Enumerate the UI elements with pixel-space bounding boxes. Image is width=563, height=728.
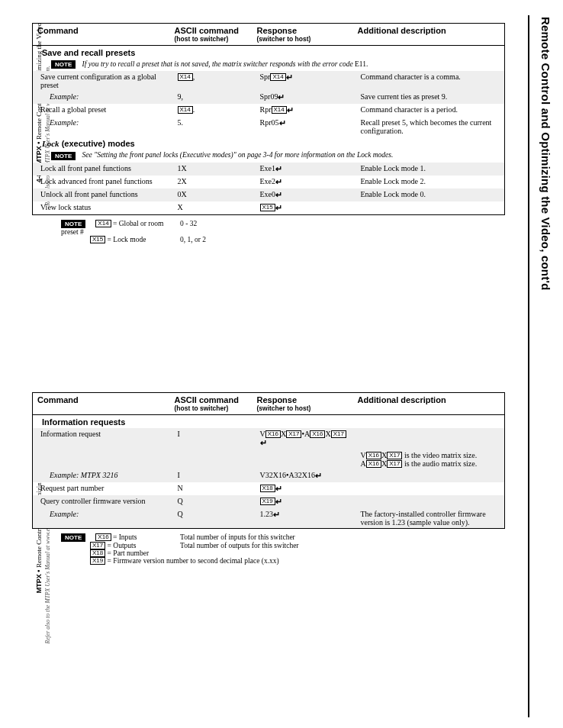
note-pill: NOTE (61, 533, 85, 542)
note-e11: NOTE If you try to recall a preset that … (33, 59, 505, 71)
col-response: Response(switcher to host) (253, 393, 353, 415)
note-pill: NOTE (51, 60, 76, 69)
table-row: Lock all front panel functions 1X Exe1↵ … (33, 163, 505, 176)
col-desc: Additional description (353, 24, 505, 46)
section-heading-vertical: Remote Control and Optimizing the Video,… (539, 17, 552, 291)
return-icon: ↵ (275, 190, 282, 199)
col-response: Response(switcher to host) (253, 24, 353, 46)
table-row: Example: MTPX 3216 I V32X16•A32X16↵ (33, 469, 505, 482)
legend-bottom: NOTE X16 = Inputs Total number of inputs… (61, 533, 505, 565)
return-icon: ↵ (275, 164, 282, 173)
table-header-row: Command ASCII command(host to switcher) … (33, 24, 505, 46)
note-lock: NOTE See "Setting the front panel locks … (33, 150, 505, 162)
return-icon: ↵ (278, 92, 285, 101)
table-header-row: Command ASCII command(host to switcher) … (33, 393, 505, 415)
command-table-bottom: Command ASCII command(host to switcher) … (32, 392, 505, 529)
table-row: Example: 5. Rpr05↵ Recall preset 5, whic… (33, 117, 505, 137)
table-row: VX16XX17 is the video matrix size. AX16X… (33, 449, 505, 469)
col-ascii: ASCII command(host to switcher) (170, 393, 253, 415)
return-icon: ↵ (275, 497, 282, 506)
table-row: Request part number N X18↵ (33, 482, 505, 495)
table-row: View lock status X X15↵ (33, 201, 505, 215)
return-icon: ↵ (260, 438, 267, 447)
table-row: Unlock all front panel functions 0X Exe0… (33, 188, 505, 201)
table-row: Information request I VX16XX17•AX16XX17↵ (33, 428, 505, 449)
command-table-top: Command ASCII command(host to switcher) … (32, 23, 505, 215)
section-lock: Lock (executive) modes (33, 137, 505, 150)
table-row: Example: 9, Spr09↵ Save current ties as … (33, 91, 505, 104)
section-info-requests: Information requests (33, 415, 505, 429)
return-icon: ↵ (273, 510, 280, 519)
col-desc: Additional description (353, 393, 505, 415)
return-icon: ↵ (275, 484, 282, 493)
col-command: Command (33, 393, 170, 415)
return-icon: ↵ (275, 177, 282, 186)
col-command: Command (33, 24, 170, 46)
table-row: Save current configuration as a global p… (33, 71, 505, 91)
table-row: Query controller firmware version Q X19↵ (33, 495, 505, 508)
section-save-recall: Save and recall presets (33, 46, 505, 60)
table-row: Lock advanced front panel functions 2X E… (33, 176, 505, 188)
page-4-9: Command ASCII command(host to switcher) … (32, 392, 505, 565)
return-icon: ↵ (287, 105, 294, 114)
page-4-8: Command ASCII command(host to switcher) … (32, 23, 505, 243)
return-icon: ↵ (286, 72, 293, 82)
table-row: Example: Q 1.23↵ The factory-installed c… (33, 508, 505, 529)
page-divider (528, 15, 529, 717)
note-pill: NOTE (61, 220, 85, 228)
table-row: Recall a global preset X14. RprX14↵ Comm… (33, 104, 505, 117)
return-icon: ↵ (275, 203, 282, 212)
col-ascii: ASCII command(host to switcher) (170, 24, 253, 46)
return-icon: ↵ (315, 471, 322, 480)
note-pill: NOTE (51, 152, 76, 160)
return-icon: ↵ (279, 118, 286, 127)
legend-top: NOTE X14 = Global or room preset # 0 - 3… (61, 220, 505, 243)
